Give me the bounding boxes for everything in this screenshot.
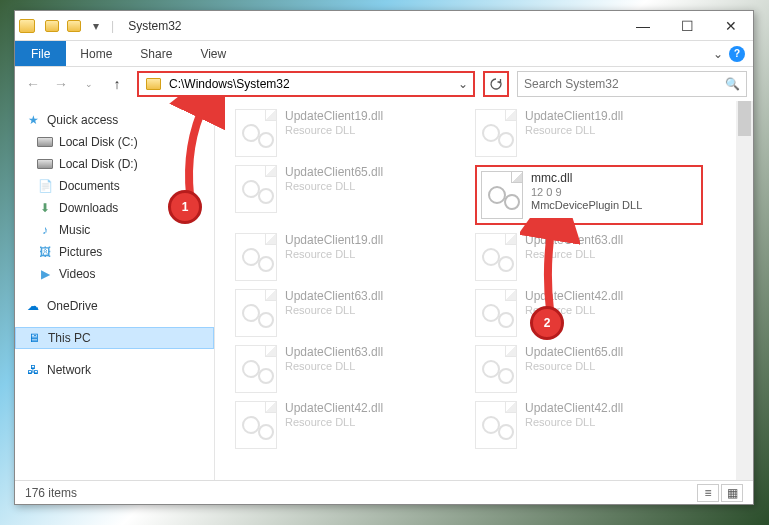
sidebar-network[interactable]: 🖧Network	[15, 359, 214, 381]
tab-file[interactable]: File	[15, 41, 66, 66]
annotation-arrow-1	[155, 95, 225, 205]
file-item[interactable]: UpdateClient63.dllResource DLL	[235, 345, 455, 393]
qat-properties[interactable]	[43, 17, 61, 35]
callout-number: 1	[182, 200, 189, 214]
file-name: UpdateClient42.dll	[525, 401, 623, 415]
sidebar-pictures[interactable]: 🖼Pictures	[15, 241, 214, 263]
network-icon: 🖧	[25, 362, 41, 378]
address-bar[interactable]: ⌄	[137, 71, 475, 97]
sidebar-this-pc[interactable]: 🖥This PC	[15, 327, 214, 349]
file-item[interactable]: UpdateClient19.dllResource DLL	[235, 109, 455, 157]
sidebar-videos[interactable]: ▶Videos	[15, 263, 214, 285]
annotation-callout-2: 2	[530, 306, 564, 340]
address-dropdown-icon[interactable]: ⌄	[453, 77, 473, 91]
annotation-callout-1: 1	[168, 190, 202, 224]
titlebar-left: ▾ | System32	[15, 17, 181, 35]
disk-icon	[37, 134, 53, 150]
close-button[interactable]: ✕	[709, 11, 753, 40]
file-item[interactable]: UpdateClient63.dllResource DLL	[235, 289, 455, 337]
sidebar-label: Local Disk (D:)	[59, 157, 138, 171]
dll-icon	[475, 401, 517, 449]
file-version: 12 0 9	[531, 186, 642, 198]
sidebar-label: Music	[59, 223, 90, 237]
address-input[interactable]	[167, 77, 453, 91]
dll-icon	[235, 165, 277, 213]
ribbon-tabs: File Home Share View ⌄ ?	[15, 41, 753, 67]
disk-icon	[37, 156, 53, 172]
file-type: Resource DLL	[285, 360, 383, 372]
annotation-arrow-2	[520, 218, 580, 318]
status-item-count: 176 items	[25, 486, 77, 500]
qat-dropdown[interactable]: ▾	[87, 17, 105, 35]
tab-share[interactable]: Share	[126, 41, 186, 66]
dll-icon	[475, 345, 517, 393]
statusbar: 176 items ≡ ▦	[15, 480, 753, 504]
scrollbar[interactable]	[736, 101, 753, 480]
file-item[interactable]: UpdateClient63.dllResource DLL	[475, 233, 695, 281]
search-icon[interactable]: 🔍	[725, 77, 740, 91]
file-item-mmc-dll[interactable]: mmc.dll12 0 9MmcDevicePlugin DLL	[475, 165, 703, 225]
dll-icon	[475, 289, 517, 337]
dll-icon	[235, 401, 277, 449]
nav-up-button[interactable]: ↑	[105, 72, 129, 96]
file-type: Resource DLL	[285, 124, 383, 136]
sidebar-label: Pictures	[59, 245, 102, 259]
dll-icon	[475, 233, 517, 281]
file-item[interactable]: UpdateClient65.dllResource DLL	[475, 345, 695, 393]
file-list[interactable]: UpdateClient19.dllResource DLL UpdateCli…	[215, 101, 753, 480]
file-item[interactable]: UpdateClient65.dllResource DLL	[235, 165, 455, 225]
dll-icon	[235, 345, 277, 393]
tab-view[interactable]: View	[186, 41, 240, 66]
file-description: MmcDevicePlugin DLL	[531, 199, 642, 211]
address-folder-icon	[143, 74, 163, 94]
dll-icon	[235, 233, 277, 281]
explorer-window: ▾ | System32 — ☐ ✕ File Home Share View …	[14, 10, 754, 505]
help-icon[interactable]: ?	[729, 46, 745, 62]
sidebar-label: Documents	[59, 179, 120, 193]
file-type: Resource DLL	[525, 124, 623, 136]
file-item[interactable]: UpdateClient19.dllResource DLL	[475, 109, 695, 157]
file-name: UpdateClient19.dll	[285, 233, 383, 247]
file-type: Resource DLL	[285, 180, 383, 192]
sidebar-label: Network	[47, 363, 91, 377]
star-icon: ★	[25, 112, 41, 128]
file-item[interactable]: UpdateClient42.dllResource DLL	[475, 289, 695, 337]
downloads-icon: ⬇	[37, 200, 53, 216]
file-type: Resource DLL	[285, 304, 383, 316]
file-item[interactable]: UpdateClient42.dllResource DLL	[235, 401, 455, 449]
titlebar: ▾ | System32 — ☐ ✕	[15, 11, 753, 41]
onedrive-icon: ☁	[25, 298, 41, 314]
music-icon: ♪	[37, 222, 53, 238]
ribbon-chevron-icon[interactable]: ⌄	[713, 47, 723, 61]
sidebar-label: Videos	[59, 267, 95, 281]
minimize-button[interactable]: —	[621, 11, 665, 40]
file-item[interactable]: UpdateClient42.dllResource DLL	[475, 401, 695, 449]
scroll-thumb[interactable]	[738, 101, 751, 136]
file-type: Resource DLL	[285, 248, 383, 260]
tab-home[interactable]: Home	[66, 41, 126, 66]
file-type: Resource DLL	[285, 416, 383, 428]
nav-back-button[interactable]: ←	[21, 72, 45, 96]
maximize-button[interactable]: ☐	[665, 11, 709, 40]
dll-icon	[235, 289, 277, 337]
file-name: UpdateClient63.dll	[285, 345, 383, 359]
dll-icon	[475, 109, 517, 157]
pc-icon: 🖥	[26, 330, 42, 346]
view-details-button[interactable]: ≡	[697, 484, 719, 502]
view-large-button[interactable]: ▦	[721, 484, 743, 502]
qat-new-folder[interactable]	[65, 17, 83, 35]
search-input[interactable]	[524, 77, 725, 91]
dll-icon	[235, 109, 277, 157]
search-box[interactable]: 🔍	[517, 71, 747, 97]
sidebar-label: This PC	[48, 331, 91, 345]
sidebar-onedrive[interactable]: ☁OneDrive	[15, 295, 214, 317]
file-name: UpdateClient42.dll	[285, 401, 383, 415]
window-icon[interactable]	[19, 19, 35, 33]
documents-icon: 📄	[37, 178, 53, 194]
nav-recent-dropdown[interactable]: ⌄	[77, 72, 101, 96]
refresh-button[interactable]	[483, 71, 509, 97]
file-name: UpdateClient65.dll	[285, 165, 383, 179]
file-name: UpdateClient63.dll	[285, 289, 383, 303]
dll-icon	[481, 171, 523, 219]
file-item[interactable]: UpdateClient19.dllResource DLL	[235, 233, 455, 281]
